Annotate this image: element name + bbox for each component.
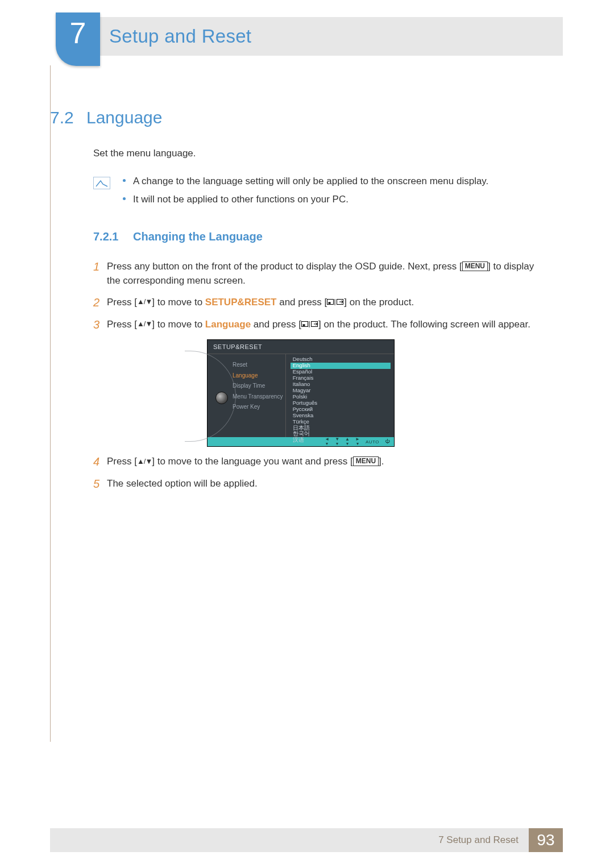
chapter-number-badge: 7 <box>56 13 100 66</box>
osd-left-menu: ResetLanguageDisplay TimeMenu Transparen… <box>208 354 286 437</box>
highlight-setupreset: SETUP&RESET <box>205 297 277 308</box>
step-number: 1 <box>93 260 107 288</box>
source-enter-icon <box>327 298 344 306</box>
subsection-number: 7.2.1 <box>93 229 133 245</box>
page-number-badge: 93 <box>529 828 563 852</box>
page-footer: 7 Setup and Reset 93 <box>50 828 563 852</box>
osd-arc-decoration <box>185 351 236 442</box>
up-down-icon: ▲/▼ <box>137 456 152 467</box>
highlight-language: Language <box>205 319 251 330</box>
step-text: The selected option will be applied. <box>107 477 544 491</box>
osd-body: ResetLanguageDisplay TimeMenu Transparen… <box>208 354 394 437</box>
chapter-header-bar: Setup and Reset <box>91 17 563 56</box>
steps-list: 1 Press any button on the front of the p… <box>93 260 544 332</box>
menu-button-icon: MENU <box>353 456 379 466</box>
osd-left-item: Power Key <box>233 402 285 413</box>
svg-rect-1 <box>329 302 331 304</box>
step-2: 2 Press [▲/▼] to move to SETUP&RESET and… <box>93 296 544 310</box>
section-title: Language <box>86 108 162 127</box>
subsection-heading: 7.2.1Changing the Language <box>93 229 544 245</box>
osd-left-item: Reset <box>233 360 285 371</box>
step-number: 2 <box>93 296 107 310</box>
step-number: 3 <box>93 318 107 332</box>
manual-page: Setup and Reset 7 7.2Language Set the me… <box>0 0 614 868</box>
chapter-title: Setup and Reset <box>91 26 251 47</box>
step-5: 5 The selected option will be applied. <box>93 477 544 491</box>
step-text: Press any button on the front of the pro… <box>107 260 544 288</box>
step-number: 4 <box>93 455 107 469</box>
up-down-icon: ▲/▼ <box>137 297 152 308</box>
source-enter-icon <box>301 321 318 328</box>
step-1: 1 Press any button on the front of the p… <box>93 260 544 288</box>
section-heading: 7.2Language <box>50 108 162 127</box>
section-number: 7.2 <box>50 108 86 127</box>
section-intro: Set the menu language. <box>93 147 544 161</box>
note-list: A change to the language setting will on… <box>123 175 488 211</box>
up-down-icon: ▲/▼ <box>137 319 152 330</box>
svg-rect-4 <box>302 324 305 326</box>
osd-left-item: Menu Transparency <box>233 392 285 402</box>
osd-language-option: 汉语 <box>291 437 391 443</box>
steps-list-continued: 4 Press [▲/▼] to move to the language yo… <box>93 455 544 491</box>
osd-language-option: 한국어 <box>291 431 391 437</box>
osd-language-option: Svenska <box>291 413 391 419</box>
step-number: 5 <box>93 477 107 491</box>
note-item: It will not be applied to other function… <box>123 193 488 207</box>
body-column: Set the menu language. A change to the l… <box>93 147 544 499</box>
osd-left-item: Display Time <box>233 381 285 392</box>
step-4: 4 Press [▲/▼] to move to the language yo… <box>93 455 544 469</box>
step-text: Press [▲/▼] to move to SETUP&RESET and p… <box>107 296 544 310</box>
step-text: Press [▲/▼] to move to Language and pres… <box>107 318 544 332</box>
subsection-title: Changing the Language <box>133 230 263 243</box>
note-block: A change to the language setting will on… <box>93 175 544 211</box>
footer-chapter-label: 7 Setup and Reset <box>438 834 518 846</box>
step-3: 3 Press [▲/▼] to move to Language and pr… <box>93 318 544 332</box>
step-text: Press [▲/▼] to move to the language you … <box>107 455 544 469</box>
osd-title: SETUP&RESET <box>208 340 394 354</box>
menu-button-icon: MENU <box>462 261 488 271</box>
osd-left-item: Language <box>233 371 285 381</box>
note-icon <box>93 177 110 189</box>
osd-right-menu: DeutschEnglishEspañolFrançaisItalianoMag… <box>286 354 394 437</box>
vertical-rule <box>50 65 51 742</box>
note-item: A change to the language setting will on… <box>123 175 488 189</box>
osd-screenshot: SETUP&RESET ResetLanguageDisplay TimeMen… <box>207 339 395 447</box>
osd-language-option: Türkçe <box>291 419 391 425</box>
